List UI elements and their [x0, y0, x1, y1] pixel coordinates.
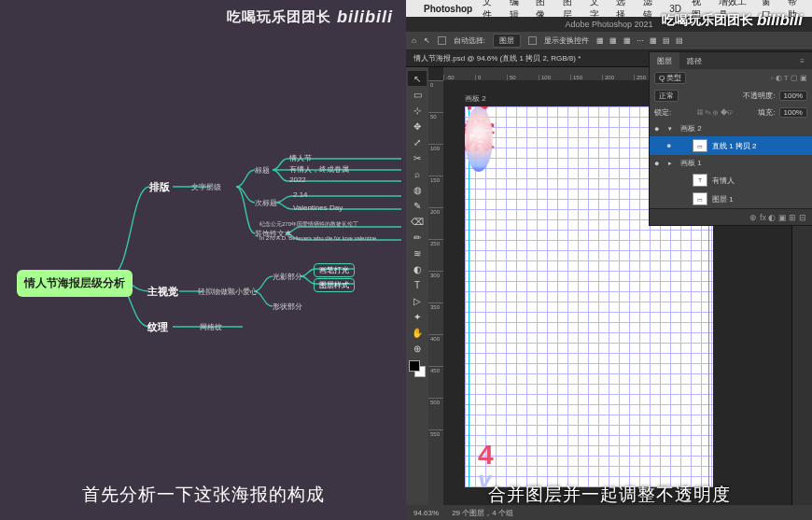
leaf-title-3: 2022 — [289, 176, 306, 184]
artboard-label[interactable]: 画板 2 — [465, 93, 486, 104]
tool-7[interactable]: ◍ — [408, 182, 427, 197]
opacity-label: 不透明度: — [743, 91, 775, 101]
tool-13[interactable]: T — [408, 277, 427, 292]
auto-select-mode[interactable]: 图层 — [493, 34, 521, 48]
tool-12[interactable]: ◐ — [408, 261, 427, 276]
tool-6[interactable]: ⌕ — [408, 166, 427, 181]
layers-footer[interactable]: ⊕ fx ◐ ▣ ⊞ ⊟ — [650, 208, 812, 225]
fill-value[interactable]: 100% — [779, 107, 807, 118]
zoom-level[interactable]: 94.63% — [413, 509, 439, 517]
expand-icon[interactable]: ▸ — [668, 160, 676, 167]
opacity-value[interactable]: 100% — [779, 91, 807, 101]
menu-file[interactable]: 文件 — [483, 0, 499, 21]
tool-2[interactable]: ⊹ — [408, 103, 427, 118]
tool-5[interactable]: ✂ — [408, 150, 427, 165]
color-swatches[interactable] — [409, 360, 426, 377]
layer-thumb: ▭ — [693, 192, 707, 205]
layers-panel[interactable]: 图层 路径 ≡ Q 类型 ▫ ◐ T ▢ ▣ 正常 不透明度: 100% 锁定:… — [649, 51, 812, 226]
visibility-icon[interactable]: ● — [654, 159, 664, 168]
leaf-title-2: 有情人，终成眷属 — [289, 164, 349, 175]
tool-14[interactable]: ▷ — [408, 293, 427, 308]
home-icon[interactable]: ⌂ — [412, 36, 416, 45]
lock-label: 锁定: — [654, 107, 671, 118]
lock-icons[interactable]: ▦ ✎ ⊕ �ତ — [697, 108, 733, 118]
visibility-icon[interactable]: ● — [654, 124, 664, 134]
layer-list[interactable]: ●▾画板 2●▭直线 1 拷贝 2●▸画板 1T有情人▭图层 1 — [650, 120, 812, 208]
auto-select-label: 自动选择: — [454, 35, 485, 46]
move-tool-icon: ↖ — [424, 36, 430, 45]
tool-0[interactable]: ↖ — [408, 71, 427, 86]
bilibili-logo: bilibili — [757, 11, 803, 30]
panel-tabs[interactable]: 图层 路径 ≡ — [650, 52, 812, 69]
branch-texture: 纹理 — [147, 320, 168, 334]
filter-icons[interactable]: ▫ ◐ T ▢ ▣ — [771, 74, 807, 82]
menu-filter[interactable]: 滤镜 — [643, 0, 660, 21]
layer-row[interactable]: ●▾画板 2 — [650, 120, 812, 136]
watermark-text: 吃喝玩乐团团长 — [662, 12, 753, 29]
layer-thumb: T — [693, 174, 707, 187]
tab-layers[interactable]: 图层 — [650, 52, 679, 69]
tool-9[interactable]: ⌫ — [408, 214, 427, 229]
leaf-light-2: 图层样式 — [314, 278, 355, 292]
expand-icon[interactable]: ▾ — [668, 125, 676, 133]
tool-16[interactable]: ✋ — [408, 325, 427, 340]
tool-3[interactable]: ✥ — [408, 119, 427, 134]
tool-10[interactable]: ✏ — [408, 230, 427, 245]
branch-visual: 主视觉 — [147, 285, 178, 299]
sub-heart: 轻拟物做颗小爱心 — [198, 287, 258, 297]
layer-name: 直线 1 拷贝 2 — [712, 141, 757, 151]
status-bar: 94.63% 29 个图层，4 个组 — [406, 505, 812, 520]
menu-layer[interactable]: 图层 — [563, 0, 580, 21]
panel-menu-icon[interactable]: ≡ — [792, 52, 812, 69]
watermark-right: 吃喝玩乐团团长 bilibili — [662, 11, 803, 30]
leaf-subtitle-2: Valentines Day — [293, 204, 343, 212]
transform-checkbox[interactable] — [528, 36, 537, 45]
layer-thumb: ▭ — [693, 139, 707, 152]
leaf-texture: 网格纹 — [200, 322, 222, 332]
blend-mode-select[interactable]: 正常 — [654, 90, 679, 102]
tools-panel[interactable]: ↖▭⊹✥⤢✂⌕◍✎⌫✏≋◐T▷✦✋⊕ — [406, 67, 428, 505]
mindmap-panel: 吃喝玩乐团团长 bilibili 情人节海报层级分析 排版 文字层级 标题 情人… — [0, 0, 406, 520]
tool-11[interactable]: ≋ — [408, 246, 427, 260]
left-caption: 首先分析一下这张海报的构成 — [0, 483, 406, 507]
tab-paths[interactable]: 路径 — [679, 52, 709, 69]
leaf-decor-2: In 270 A.D. Believers who die for love v… — [259, 235, 376, 241]
layer-row[interactable]: T有情人 — [650, 171, 812, 190]
group-title: 标题 — [255, 165, 270, 176]
layer-name: 画板 1 — [680, 158, 702, 168]
right-caption: 合并图层并一起调整不透明度 — [406, 483, 812, 507]
status-info: 29 个图层，4 个组 — [452, 508, 513, 518]
tool-8[interactable]: ✎ — [408, 198, 427, 213]
leaf-title-1: 情人节 — [289, 153, 312, 163]
menu-image[interactable]: 图像 — [536, 0, 553, 21]
layer-row[interactable]: ●▭直线 1 拷贝 2 — [650, 136, 812, 155]
auto-select-checkbox[interactable] — [438, 36, 446, 45]
layer-row[interactable]: ▭图层 1 — [650, 190, 812, 208]
tool-17[interactable]: ⊕ — [408, 341, 427, 356]
menu-type[interactable]: 文字 — [590, 0, 607, 21]
sub-text-hierarchy: 文字层级 — [191, 182, 221, 192]
watermark-left: 吃喝玩乐团团长 bilibili — [227, 7, 393, 27]
leaf-decor-1: 纪念公元270年因爱情牺牲的教徒瓦伦丁 — [259, 220, 358, 229]
group-shape: 形状部分 — [273, 302, 302, 312]
layer-row[interactable]: ●▸画板 1 — [650, 155, 812, 171]
document-tab-label: 情人节海报.psd @ 94.6% (直线 1 拷贝 2, RGB/8) * — [413, 53, 581, 63]
tool-1[interactable]: ▭ — [408, 87, 427, 102]
layer-kind-filter[interactable]: Q 类型 — [654, 72, 686, 84]
ruler-vertical: 050100150200250300350400450500550 — [428, 80, 443, 505]
layer-name: 图层 1 — [712, 194, 734, 204]
align-icons[interactable]: ▦ ▦ ▦ ⋯ ▦ ▤ ▤ — [596, 36, 685, 45]
menu-edit[interactable]: 编辑 — [510, 0, 526, 21]
layers-footer-icons[interactable]: ⊕ fx ◐ ▣ ⊞ ⊟ — [749, 213, 806, 222]
menu-select[interactable]: 选择 — [616, 0, 633, 21]
tool-4[interactable]: ⤢ — [408, 134, 427, 149]
tool-15[interactable]: ✦ — [408, 309, 427, 324]
group-light: 光影部分 — [273, 272, 302, 282]
menu-app[interactable]: Photoshop — [424, 4, 472, 14]
layer-name: 画板 2 — [680, 123, 702, 134]
leaf-subtitle-1: 2.14 — [293, 190, 308, 199]
options-bar[interactable]: ⌂ ↖ 自动选择: 图层 显示变换控件 ▦ ▦ ▦ ⋯ ▦ ▤ ▤ — [406, 32, 812, 50]
watermark-text: 吃喝玩乐团团长 — [227, 8, 331, 26]
branch-layout: 排版 — [149, 180, 170, 194]
visibility-icon[interactable]: ● — [666, 141, 676, 150]
